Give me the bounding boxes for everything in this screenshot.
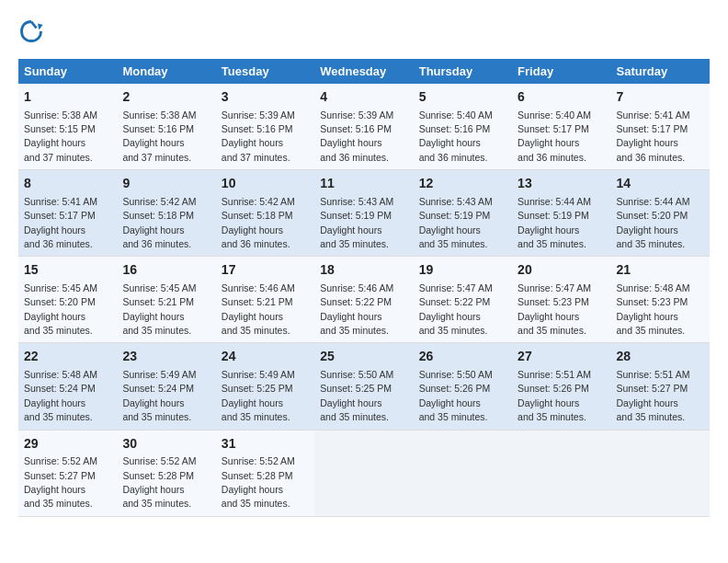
day-number: 28 bbox=[617, 348, 704, 366]
day-number: 8 bbox=[24, 175, 111, 193]
day-cell bbox=[414, 430, 512, 516]
day-info: Sunrise: 5:49 AMSunset: 5:24 PMDaylight … bbox=[122, 369, 196, 422]
day-number: 20 bbox=[518, 261, 605, 280]
day-cell: 31 Sunrise: 5:52 AMSunset: 5:28 PMDaylig… bbox=[216, 430, 314, 516]
day-info: Sunrise: 5:44 AMSunset: 5:20 PMDaylight … bbox=[617, 196, 690, 249]
day-number: 23 bbox=[122, 348, 210, 366]
day-cell: 23 Sunrise: 5:49 AMSunset: 5:24 PMDaylig… bbox=[117, 343, 215, 430]
day-cell: 9 Sunrise: 5:42 AMSunset: 5:18 PMDayligh… bbox=[117, 170, 215, 257]
day-info: Sunrise: 5:40 AMSunset: 5:17 PMDaylight … bbox=[518, 109, 591, 163]
day-number: 9 bbox=[122, 175, 210, 193]
day-info: Sunrise: 5:42 AMSunset: 5:18 PMDaylight … bbox=[122, 196, 196, 249]
day-number: 1 bbox=[24, 88, 111, 107]
day-number: 15 bbox=[24, 261, 111, 280]
day-number: 19 bbox=[419, 261, 506, 280]
day-info: Sunrise: 5:41 AMSunset: 5:17 PMDaylight … bbox=[617, 109, 690, 163]
day-number: 30 bbox=[122, 435, 210, 454]
day-number: 22 bbox=[24, 348, 111, 366]
col-header-sunday: Sunday bbox=[18, 59, 117, 84]
day-info: Sunrise: 5:52 AMSunset: 5:28 PMDaylight … bbox=[122, 455, 196, 509]
day-cell: 3 Sunrise: 5:39 AMSunset: 5:16 PMDayligh… bbox=[216, 84, 314, 170]
day-number: 5 bbox=[419, 88, 506, 107]
col-header-thursday: Thursday bbox=[414, 59, 512, 84]
day-cell: 10 Sunrise: 5:42 AMSunset: 5:18 PMDaylig… bbox=[216, 170, 314, 257]
day-cell: 11 Sunrise: 5:43 AMSunset: 5:19 PMDaylig… bbox=[314, 170, 413, 257]
day-info: Sunrise: 5:38 AMSunset: 5:16 PMDaylight … bbox=[122, 109, 196, 163]
day-number: 27 bbox=[518, 348, 605, 366]
day-header-row: SundayMondayTuesdayWednesdayThursdayFrid… bbox=[18, 59, 710, 84]
week-row-3: 15 Sunrise: 5:45 AMSunset: 5:20 PMDaylig… bbox=[18, 257, 710, 343]
svg-marker-0 bbox=[38, 24, 43, 30]
day-cell: 27 Sunrise: 5:51 AMSunset: 5:26 PMDaylig… bbox=[512, 343, 610, 430]
day-cell: 8 Sunrise: 5:41 AMSunset: 5:17 PMDayligh… bbox=[18, 170, 117, 257]
week-row-1: 1 Sunrise: 5:38 AMSunset: 5:15 PMDayligh… bbox=[18, 84, 710, 170]
day-info: Sunrise: 5:48 AMSunset: 5:23 PMDaylight … bbox=[617, 282, 690, 336]
day-info: Sunrise: 5:48 AMSunset: 5:24 PMDaylight … bbox=[24, 369, 97, 422]
day-number: 25 bbox=[320, 348, 407, 366]
col-header-friday: Friday bbox=[512, 59, 610, 84]
day-cell: 28 Sunrise: 5:51 AMSunset: 5:27 PMDaylig… bbox=[611, 343, 710, 430]
col-header-monday: Monday bbox=[117, 59, 215, 84]
day-number: 16 bbox=[122, 261, 210, 280]
day-cell: 12 Sunrise: 5:43 AMSunset: 5:19 PMDaylig… bbox=[414, 170, 512, 257]
day-cell: 6 Sunrise: 5:40 AMSunset: 5:17 PMDayligh… bbox=[512, 84, 610, 170]
day-cell bbox=[314, 430, 413, 516]
day-cell: 17 Sunrise: 5:46 AMSunset: 5:21 PMDaylig… bbox=[216, 257, 314, 343]
day-cell: 26 Sunrise: 5:50 AMSunset: 5:26 PMDaylig… bbox=[414, 343, 512, 430]
day-cell: 14 Sunrise: 5:44 AMSunset: 5:20 PMDaylig… bbox=[611, 170, 710, 257]
day-number: 10 bbox=[222, 175, 309, 193]
day-info: Sunrise: 5:38 AMSunset: 5:15 PMDaylight … bbox=[24, 109, 97, 163]
day-cell: 5 Sunrise: 5:40 AMSunset: 5:16 PMDayligh… bbox=[414, 84, 512, 170]
day-number: 17 bbox=[222, 261, 309, 280]
day-number: 11 bbox=[320, 175, 407, 193]
day-info: Sunrise: 5:51 AMSunset: 5:27 PMDaylight … bbox=[617, 369, 690, 422]
day-info: Sunrise: 5:52 AMSunset: 5:28 PMDaylight … bbox=[222, 455, 295, 509]
day-number: 4 bbox=[320, 88, 407, 107]
day-info: Sunrise: 5:50 AMSunset: 5:26 PMDaylight … bbox=[419, 369, 493, 422]
day-cell bbox=[512, 430, 610, 516]
col-header-wednesday: Wednesday bbox=[314, 59, 413, 84]
day-cell: 13 Sunrise: 5:44 AMSunset: 5:19 PMDaylig… bbox=[512, 170, 610, 257]
week-row-5: 29 Sunrise: 5:52 AMSunset: 5:27 PMDaylig… bbox=[18, 430, 710, 516]
day-cell: 1 Sunrise: 5:38 AMSunset: 5:15 PMDayligh… bbox=[18, 84, 117, 170]
calendar-table: SundayMondayTuesdayWednesdayThursdayFrid… bbox=[18, 59, 710, 517]
day-info: Sunrise: 5:40 AMSunset: 5:16 PMDaylight … bbox=[419, 109, 493, 163]
day-info: Sunrise: 5:49 AMSunset: 5:25 PMDaylight … bbox=[222, 369, 295, 422]
day-info: Sunrise: 5:42 AMSunset: 5:18 PMDaylight … bbox=[222, 196, 295, 249]
day-cell: 20 Sunrise: 5:47 AMSunset: 5:23 PMDaylig… bbox=[512, 257, 610, 343]
col-header-saturday: Saturday bbox=[611, 59, 710, 84]
day-info: Sunrise: 5:39 AMSunset: 5:16 PMDaylight … bbox=[320, 109, 393, 163]
day-info: Sunrise: 5:45 AMSunset: 5:20 PMDaylight … bbox=[24, 282, 97, 336]
day-number: 21 bbox=[617, 261, 704, 280]
day-info: Sunrise: 5:52 AMSunset: 5:27 PMDaylight … bbox=[24, 455, 97, 509]
col-header-tuesday: Tuesday bbox=[216, 59, 314, 84]
day-info: Sunrise: 5:41 AMSunset: 5:17 PMDaylight … bbox=[24, 196, 97, 249]
day-cell: 29 Sunrise: 5:52 AMSunset: 5:27 PMDaylig… bbox=[18, 430, 117, 516]
day-info: Sunrise: 5:51 AMSunset: 5:26 PMDaylight … bbox=[518, 369, 591, 422]
day-number: 13 bbox=[518, 175, 605, 193]
day-number: 26 bbox=[419, 348, 506, 366]
day-number: 2 bbox=[122, 88, 210, 107]
day-number: 31 bbox=[222, 435, 309, 454]
day-info: Sunrise: 5:46 AMSunset: 5:21 PMDaylight … bbox=[222, 282, 295, 336]
week-row-2: 8 Sunrise: 5:41 AMSunset: 5:17 PMDayligh… bbox=[18, 170, 710, 257]
day-number: 24 bbox=[222, 348, 309, 366]
day-info: Sunrise: 5:43 AMSunset: 5:19 PMDaylight … bbox=[320, 196, 393, 249]
day-cell: 22 Sunrise: 5:48 AMSunset: 5:24 PMDaylig… bbox=[18, 343, 117, 430]
day-cell: 30 Sunrise: 5:52 AMSunset: 5:28 PMDaylig… bbox=[117, 430, 215, 516]
logo-icon bbox=[18, 18, 44, 44]
day-cell: 19 Sunrise: 5:47 AMSunset: 5:22 PMDaylig… bbox=[414, 257, 512, 343]
day-number: 29 bbox=[24, 435, 111, 454]
day-cell: 21 Sunrise: 5:48 AMSunset: 5:23 PMDaylig… bbox=[611, 257, 710, 343]
day-info: Sunrise: 5:44 AMSunset: 5:19 PMDaylight … bbox=[518, 196, 591, 249]
day-cell: 2 Sunrise: 5:38 AMSunset: 5:16 PMDayligh… bbox=[117, 84, 215, 170]
day-cell: 24 Sunrise: 5:49 AMSunset: 5:25 PMDaylig… bbox=[216, 343, 314, 430]
day-number: 7 bbox=[617, 88, 704, 107]
day-info: Sunrise: 5:45 AMSunset: 5:21 PMDaylight … bbox=[122, 282, 196, 336]
day-number: 14 bbox=[617, 175, 704, 193]
day-cell: 16 Sunrise: 5:45 AMSunset: 5:21 PMDaylig… bbox=[117, 257, 215, 343]
day-info: Sunrise: 5:47 AMSunset: 5:23 PMDaylight … bbox=[518, 282, 591, 336]
day-number: 6 bbox=[518, 88, 605, 107]
day-cell: 15 Sunrise: 5:45 AMSunset: 5:20 PMDaylig… bbox=[18, 257, 117, 343]
day-cell: 25 Sunrise: 5:50 AMSunset: 5:25 PMDaylig… bbox=[314, 343, 413, 430]
